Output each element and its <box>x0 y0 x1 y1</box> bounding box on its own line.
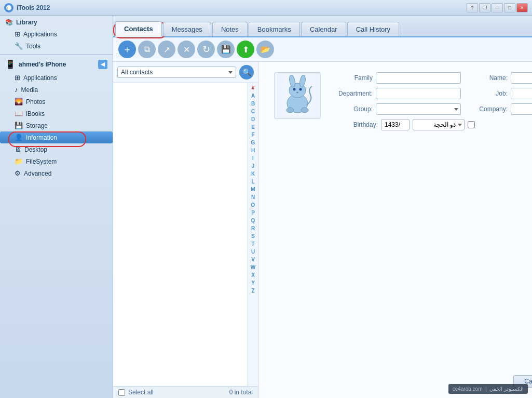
alpha-O[interactable]: O <box>251 201 255 209</box>
ibooks-icon: 📖 <box>15 110 23 117</box>
alpha-T[interactable]: T <box>251 240 254 248</box>
alpha-W[interactable]: W <box>251 263 255 271</box>
alpha-A[interactable]: A <box>251 92 255 100</box>
alpha-K[interactable]: K <box>251 170 255 178</box>
sidebar-item-tools[interactable]: 🔧 Tools <box>0 40 113 52</box>
import-button[interactable]: ⬆ <box>237 41 254 58</box>
alpha-Z[interactable]: Z <box>251 287 254 295</box>
folder-button[interactable]: 📂 <box>256 41 274 58</box>
export-button[interactable]: ↗ <box>158 41 175 58</box>
watermark-text: ce4arab.com | الكمبيوتر الخفي <box>453 386 524 392</box>
left-panel: All contacts iPhone iCloud 🔍 # A <box>113 62 258 398</box>
close-button[interactable]: ✕ <box>516 3 528 12</box>
sidebar-item-desktop-label: Desktop <box>24 146 47 153</box>
copy-button[interactable]: ⧉ <box>138 41 156 58</box>
tabs-bar: Contacts Messages Notes Bookmarks Calend… <box>113 16 532 37</box>
family-input[interactable] <box>376 72 461 84</box>
department-input[interactable] <box>376 88 461 99</box>
name-field-group: Name: <box>471 72 532 84</box>
alpha-U[interactable]: U <box>251 248 255 256</box>
sidebar-item-tools-label: Tools <box>26 43 40 50</box>
alpha-R[interactable]: R <box>251 224 255 232</box>
alpha-S[interactable]: S <box>251 232 255 240</box>
alpha-P[interactable]: P <box>251 209 255 217</box>
contact-filter-select[interactable]: All contacts iPhone iCloud <box>117 67 236 78</box>
alpha-hash[interactable]: # <box>252 84 255 92</box>
iphone-btn[interactable]: ◀ <box>98 60 107 69</box>
group-label: Group: <box>336 105 373 113</box>
alpha-J[interactable]: J <box>252 162 255 170</box>
alpha-B[interactable]: B <box>251 100 255 108</box>
alpha-G[interactable]: G <box>251 139 255 147</box>
alpha-Q[interactable]: Q <box>251 217 255 224</box>
tab-notes[interactable]: Notes <box>212 22 248 36</box>
avatar <box>274 72 321 119</box>
group-field-group: Group: <box>336 103 461 115</box>
alpha-F[interactable]: F <box>251 131 254 139</box>
save-file-button[interactable]: 💾 <box>217 41 235 58</box>
iphone-section: 📱 ahmed's iPhone ◀ <box>0 57 113 72</box>
company-field-group: Company: <box>471 103 532 115</box>
contacts-tab-wrapper: Contacts <box>115 21 163 36</box>
alpha-I[interactable]: I <box>252 154 254 162</box>
window-controls: ? ❐ — □ ✕ <box>467 3 528 12</box>
svg-point-10 <box>301 108 308 113</box>
tab-calendar[interactable]: Calendar <box>301 22 346 36</box>
help-button[interactable]: ? <box>467 3 478 12</box>
birthday-checkbox[interactable] <box>468 121 475 128</box>
restore-button[interactable]: ❐ <box>479 3 490 12</box>
svg-point-9 <box>287 108 294 113</box>
birthday-row: Birthday: ذو الحجة ذو القعدة شوال رمضان <box>336 119 532 130</box>
app-logo: i <box>4 3 13 12</box>
alpha-D[interactable]: D <box>251 115 255 123</box>
svg-point-8 <box>296 92 298 94</box>
tab-contacts[interactable]: Contacts <box>115 21 162 37</box>
job-label: Job: <box>471 90 508 97</box>
sidebar-item-iphone-applications[interactable]: ⊞ Applications <box>0 72 113 84</box>
sidebar-item-filesystem[interactable]: 📁 FileSystem <box>0 155 113 167</box>
library-label: Library <box>16 19 37 26</box>
desktop-icon: 🖥 <box>15 145 21 153</box>
select-all-label: Select all <box>128 389 154 396</box>
birthday-year-input[interactable] <box>381 119 410 130</box>
job-input[interactable] <box>511 88 532 99</box>
company-input[interactable] <box>511 103 532 115</box>
alpha-V[interactable]: V <box>251 256 255 263</box>
sidebar-item-photos[interactable]: 🌄 Photos <box>0 96 113 108</box>
alpha-C[interactable]: C <box>251 108 255 115</box>
svg-point-6 <box>293 88 296 91</box>
sidebar-item-advanced-label: Advanced <box>24 170 51 177</box>
sidebar-item-storage[interactable]: 💾 Storage <box>0 120 113 131</box>
alpha-L[interactable]: L <box>251 178 254 185</box>
alpha-N[interactable]: N <box>251 193 255 201</box>
add-contact-button[interactable]: ＋ <box>118 41 136 58</box>
department-label: Department: <box>336 90 373 97</box>
alpha-Y[interactable]: Y <box>251 279 255 287</box>
delete-button[interactable]: ✕ <box>178 41 195 58</box>
minimize-button[interactable]: — <box>492 3 503 12</box>
bottom-bar: Select all 0 in total <box>113 386 258 398</box>
total-count: 0 in total <box>229 389 253 396</box>
sidebar-item-desktop[interactable]: 🖥 Desktop <box>0 143 113 155</box>
birthday-month-select[interactable]: ذو الحجة ذو القعدة شوال رمضان <box>413 119 465 130</box>
sidebar-item-media[interactable]: ♪ Media <box>0 84 113 96</box>
job-field-group: Job: <box>471 88 532 99</box>
name-input[interactable] <box>511 72 532 84</box>
select-all-checkbox[interactable] <box>118 389 125 396</box>
alpha-H[interactable]: H <box>251 147 255 154</box>
alpha-M[interactable]: M <box>251 185 255 193</box>
search-button[interactable]: 🔍 <box>239 65 254 79</box>
tab-bookmarks[interactable]: Bookmarks <box>249 22 300 36</box>
sidebar-item-ibooks[interactable]: 📖 iBooks <box>0 108 113 120</box>
group-select[interactable] <box>376 103 461 115</box>
sidebar-item-applications[interactable]: ⊞ Applications <box>0 28 113 40</box>
tab-messages[interactable]: Messages <box>163 22 211 36</box>
sidebar-item-ibooks-label: iBooks <box>26 110 45 117</box>
refresh-button[interactable]: ↻ <box>197 41 215 58</box>
alpha-X[interactable]: X <box>251 271 255 279</box>
sidebar-item-information[interactable]: 👤 Information <box>0 131 113 143</box>
sidebar-item-advanced[interactable]: ⚙ Advanced <box>0 167 113 179</box>
alpha-E[interactable]: E <box>251 123 255 131</box>
maximize-button[interactable]: □ <box>504 3 515 12</box>
tab-call-history[interactable]: Call History <box>347 22 399 36</box>
